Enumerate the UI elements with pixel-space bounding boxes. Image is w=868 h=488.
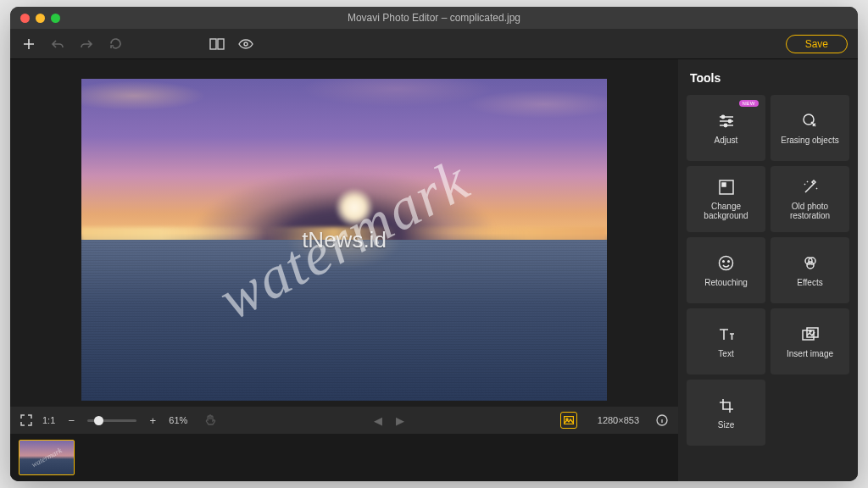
tool-label: Text (718, 349, 733, 358)
minimize-window-button[interactable] (36, 14, 45, 23)
prev-image-icon[interactable]: ◀ (370, 413, 386, 428)
tool-effects[interactable]: Effects (771, 237, 849, 303)
top-toolbar: Save (10, 29, 858, 59)
tool-label: Erasing objects (781, 136, 838, 145)
svg-point-13 (723, 261, 725, 263)
window-title: Movavi Photo Editor – complicated.jpg (10, 12, 858, 24)
tool-label: Adjust (715, 136, 738, 145)
main-area: watermark tNews.id 1:1 − + 61% (10, 59, 858, 481)
svg-point-2 (244, 42, 248, 46)
tool-label: Change background (690, 202, 762, 220)
eraser-cursor-icon (802, 112, 819, 130)
save-button[interactable]: Save (786, 35, 848, 53)
app-window: Movavi Photo Editor – complicated.jpg (10, 7, 858, 481)
tools-panel: Tools NEW Adjust Erasing objects (678, 59, 858, 481)
fit-screen-icon[interactable] (19, 413, 34, 428)
next-image-icon[interactable]: ▶ (392, 413, 408, 428)
compare-split-icon[interactable] (209, 36, 225, 53)
insert-image-icon (802, 325, 819, 344)
reset-icon[interactable] (107, 36, 124, 53)
bottom-bar: 1:1 − + 61% ◀ ▶ 1280×853 (10, 407, 678, 434)
zoom-slider-thumb[interactable] (94, 416, 103, 425)
info-icon[interactable] (654, 413, 670, 428)
tool-change-background[interactable]: Change background (687, 166, 765, 232)
sliders-icon (718, 112, 735, 130)
zoom-percent-label: 61% (169, 415, 187, 425)
tool-text[interactable]: Text (687, 308, 765, 374)
tool-label: Insert image (787, 349, 833, 358)
titlebar: Movavi Photo Editor – complicated.jpg (10, 7, 858, 29)
traffic-lights (10, 14, 60, 23)
svg-point-14 (728, 261, 730, 263)
add-icon[interactable] (20, 36, 37, 53)
tool-label: Retouching (704, 278, 748, 287)
effects-icon (802, 254, 819, 273)
tool-label: Effects (797, 278, 822, 287)
maximize-window-button[interactable] (51, 14, 60, 23)
tool-erasing-objects[interactable]: Erasing objects (771, 95, 849, 161)
redo-icon[interactable] (78, 36, 95, 53)
before-after-icon[interactable] (560, 412, 577, 429)
canvas-viewport[interactable]: watermark tNews.id (10, 59, 678, 407)
magic-wand-icon (802, 178, 819, 197)
preview-eye-icon[interactable] (237, 36, 254, 53)
tool-adjust[interactable]: NEW Adjust (687, 95, 765, 161)
image-dimensions: 1280×853 (598, 415, 639, 425)
tool-size[interactable]: Size (687, 380, 765, 446)
zoom-out-button[interactable]: − (64, 413, 79, 428)
text-icon (718, 325, 735, 344)
new-badge: NEW (739, 100, 760, 107)
svg-point-7 (728, 119, 731, 122)
svg-point-17 (807, 262, 814, 269)
tool-retouching[interactable]: Retouching (687, 237, 765, 303)
overlay-branding: tNews.id (302, 227, 387, 253)
tool-old-photo-restoration[interactable]: Old photo restoration (771, 166, 849, 232)
smiley-icon (718, 254, 734, 273)
svg-point-8 (724, 124, 726, 126)
zoom-slider[interactable] (87, 419, 136, 422)
hand-tool-icon[interactable] (203, 413, 218, 428)
svg-point-20 (810, 330, 811, 332)
svg-point-12 (720, 257, 733, 270)
thumbnail-strip: watermark (10, 434, 678, 481)
tool-insert-image[interactable]: Insert image (771, 308, 849, 374)
tool-label: Old photo restoration (774, 202, 846, 220)
thumbnail-selected[interactable]: watermark (19, 440, 75, 475)
undo-icon[interactable] (49, 36, 66, 53)
nav-arrows: ◀ ▶ (370, 413, 408, 428)
photo-canvas[interactable]: watermark tNews.id (81, 79, 607, 401)
close-window-button[interactable] (20, 14, 30, 23)
svg-rect-1 (218, 39, 224, 49)
tools-heading: Tools (687, 71, 849, 85)
svg-point-6 (721, 115, 724, 118)
svg-rect-3 (564, 417, 573, 424)
zoom-ratio-label[interactable]: 1:1 (42, 415, 55, 425)
tool-label: Size (718, 420, 734, 430)
tool-grid: NEW Adjust Erasing objects (687, 95, 849, 446)
zoom-in-button[interactable]: + (145, 413, 160, 428)
svg-rect-11 (722, 183, 726, 186)
crop-icon (719, 396, 734, 415)
canvas-area: watermark tNews.id 1:1 − + 61% (10, 59, 678, 481)
svg-rect-0 (210, 39, 216, 49)
background-icon (719, 178, 734, 197)
